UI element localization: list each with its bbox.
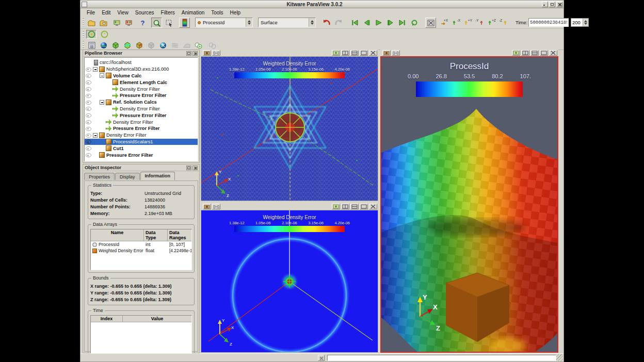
eye-icon[interactable]: [86, 113, 91, 118]
tab-information[interactable]: Information: [140, 172, 175, 180]
eye-icon[interactable]: [86, 120, 91, 124]
pipeline-item[interactable]: Cut1: [85, 145, 198, 152]
eye-icon[interactable]: [86, 146, 91, 151]
frame-input[interactable]: [571, 19, 583, 26]
menu-help[interactable]: Help: [227, 9, 244, 16]
glyph-filter-button[interactable]: [157, 40, 168, 51]
camera-plus-z-button[interactable]: +Z: [486, 18, 497, 28]
open-file-button[interactable]: [86, 18, 97, 28]
calculator-filter-button[interactable]: [86, 40, 97, 51]
pipeline-item-server[interactable]: csrc://localhost: [85, 59, 198, 66]
cancel-progress-button[interactable]: [318, 355, 325, 361]
column-header[interactable]: Name: [91, 229, 144, 241]
menu-view[interactable]: View: [114, 9, 132, 16]
pipeline-item[interactable]: Ref. Solution Calcs: [85, 99, 198, 106]
menu-sources[interactable]: Sources: [132, 9, 157, 16]
data-array-row[interactable]: ProcessId int [0, 107]: [91, 241, 191, 248]
column-header[interactable]: Data Ranges: [168, 229, 191, 241]
camera-minus-x-button[interactable]: -X: [450, 18, 461, 28]
pipeline-item[interactable]: Pressure Error Filter: [85, 125, 198, 132]
menu-edit[interactable]: Edit: [99, 9, 114, 16]
camera-capture-icon[interactable]: [203, 50, 211, 56]
pipeline-tree[interactable]: csrc://localhost NohSpherical3D.exo.216.…: [84, 57, 198, 161]
ungroup-datasets-button[interactable]: [207, 40, 218, 51]
toolbar-grip[interactable]: [83, 31, 84, 38]
render-view-bottom-left[interactable]: Y X Z Weighted Density Error 1.38e-12 1.…: [201, 203, 378, 353]
lookmark-icon[interactable]: [332, 204, 340, 209]
eye-icon[interactable]: [86, 139, 91, 144]
frame-spinner[interactable]: [571, 18, 589, 27]
collapse-icon[interactable]: [100, 73, 104, 78]
close-view-icon[interactable]: [549, 50, 557, 56]
threshold-filter-button[interactable]: [134, 40, 144, 51]
link-camera-icon[interactable]: [392, 50, 400, 56]
camera-plus-x-button[interactable]: +X: [439, 18, 449, 28]
vcr-next-frame-button[interactable]: [385, 18, 396, 28]
connect-server-button[interactable]: [111, 18, 122, 28]
stream-tracer-filter-button[interactable]: [169, 40, 180, 51]
window-menu-icon[interactable]: [82, 2, 87, 7]
tab-properties[interactable]: Properties: [84, 173, 115, 180]
eye-icon[interactable]: [86, 106, 91, 111]
menu-file[interactable]: File: [84, 9, 98, 16]
disconnect-server-button[interactable]: [123, 18, 134, 28]
clip-filter-button[interactable]: [110, 40, 121, 51]
close-view-icon[interactable]: [369, 50, 377, 56]
vcr-first-frame-button[interactable]: [349, 18, 360, 28]
time-input[interactable]: [528, 18, 569, 27]
split-horizontal-icon[interactable]: [341, 50, 349, 56]
representation-select[interactable]: Surface: [258, 18, 316, 27]
collapse-icon[interactable]: [93, 67, 98, 72]
slice-filter-button[interactable]: [122, 40, 133, 51]
vcr-last-frame-button[interactable]: [397, 18, 408, 28]
menu-tools[interactable]: Tools: [208, 9, 226, 16]
pipeline-item[interactable]: NohSpherical3D.exo.216.000: [85, 66, 198, 73]
eye-icon[interactable]: [86, 80, 91, 85]
title-bar[interactable]: Kitware ParaView 3.0.2: [81, 1, 564, 8]
pipeline-item[interactable]: Density Error Filter: [85, 86, 198, 92]
vcr-previous-frame-button[interactable]: [361, 18, 372, 28]
eye-icon[interactable]: [86, 67, 91, 72]
close-button[interactable]: [556, 2, 562, 7]
select-cells-button[interactable]: [151, 18, 162, 28]
render-viewport[interactable]: Y X Z Weighted Density Error 1.38e-12 1.…: [201, 210, 378, 353]
render-view-top-left[interactable]: Y X Z Weighted Density Error 1.38e-12 1.…: [201, 50, 378, 201]
collapse-icon[interactable]: [93, 133, 98, 138]
render-viewport[interactable]: Y X Z ProcessId 0.00 26.8 53.5 80.2 107.: [380, 56, 558, 353]
tab-display[interactable]: Display: [115, 173, 140, 180]
group-datasets-button[interactable]: [193, 40, 204, 51]
select-points-button[interactable]: [164, 18, 174, 28]
vcr-loop-button[interactable]: [409, 18, 420, 28]
save-data-button[interactable]: [98, 18, 109, 28]
collapse-icon[interactable]: [100, 100, 104, 105]
pipeline-item[interactable]: Density Error Filter: [85, 132, 198, 139]
pipeline-item-selected[interactable]: ProcessIdScalars1: [85, 139, 198, 145]
split-vertical-icon[interactable]: [350, 50, 359, 56]
warp-filter-button[interactable]: [181, 40, 192, 51]
camera-capture-icon[interactable]: [203, 204, 211, 209]
minimize-button[interactable]: [542, 2, 548, 7]
close-view-icon[interactable]: [369, 204, 377, 209]
object-inspector-titlebar[interactable]: Object Inspector: [83, 164, 199, 171]
split-vertical-icon[interactable]: [350, 204, 359, 209]
close-panel-icon[interactable]: [192, 51, 198, 56]
lookmark-icon[interactable]: [512, 50, 520, 56]
camera-minus-z-button[interactable]: -Z: [498, 18, 509, 28]
menu-filters[interactable]: Filters: [158, 9, 178, 16]
camera-plus-y-button[interactable]: +Y: [462, 18, 473, 28]
contour-filter-button[interactable]: [98, 40, 109, 51]
data-arrays-table[interactable]: Name Data Type Data Ranges ProcessId int…: [90, 229, 192, 270]
eye-icon[interactable]: [86, 100, 91, 105]
toolbar-grip[interactable]: [83, 18, 84, 27]
eye-icon[interactable]: [86, 153, 91, 157]
maximize-view-icon[interactable]: [360, 50, 368, 56]
column-header[interactable]: Value: [123, 316, 191, 322]
pipeline-item[interactable]: Pressure Error Filter: [85, 152, 198, 158]
vcr-play-button[interactable]: [373, 18, 384, 28]
split-horizontal-icon[interactable]: [341, 204, 349, 209]
pipeline-item[interactable]: Volume Calc: [85, 73, 198, 79]
data-array-row[interactable]: Weighted Density Error float [4.22498e-1…: [91, 248, 191, 254]
maximize-button[interactable]: [549, 2, 555, 7]
column-header[interactable]: Data Type: [144, 229, 168, 241]
show-center-axes-button[interactable]: [86, 30, 96, 39]
